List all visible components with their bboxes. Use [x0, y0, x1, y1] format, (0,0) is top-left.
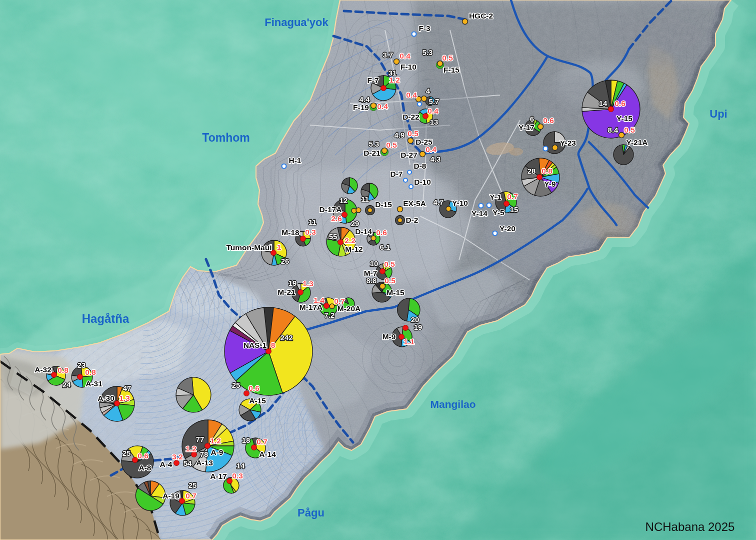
svg-text:0.4: 0.4: [377, 102, 388, 111]
svg-text:47: 47: [123, 384, 132, 392]
svg-text:A-15: A-15: [249, 396, 266, 405]
svg-text:M-18: M-18: [282, 228, 300, 237]
svg-text:D-14: D-14: [355, 227, 372, 236]
svg-text:1.3: 1.3: [302, 279, 314, 288]
svg-text:Tumon-Maui: Tumon-Maui: [226, 243, 272, 252]
svg-text:0.8: 0.8: [542, 167, 552, 175]
svg-text:18: 18: [242, 436, 250, 444]
svg-text:24: 24: [62, 380, 71, 389]
svg-text:F-10: F-10: [400, 63, 416, 71]
svg-text:D-17A: D-17A: [320, 205, 342, 214]
svg-text:Y-21A: Y-21A: [626, 138, 648, 147]
svg-text:77: 77: [196, 435, 204, 443]
svg-text:3.2: 3.2: [172, 452, 183, 461]
svg-text:Upi: Upi: [710, 108, 727, 120]
svg-text:Mangilao: Mangilao: [430, 398, 476, 410]
svg-text:F-15: F-15: [444, 66, 460, 74]
svg-text:0.6: 0.6: [376, 228, 387, 237]
svg-text:Hagåtña: Hagåtña: [82, 312, 130, 325]
svg-text:8: 8: [271, 341, 276, 349]
svg-text:HGC-2: HGC-2: [469, 12, 493, 20]
svg-text:13: 13: [430, 118, 438, 126]
svg-text:A-30: A-30: [98, 394, 114, 402]
svg-text:55: 55: [329, 232, 338, 241]
svg-text:0.6: 0.6: [543, 116, 554, 125]
svg-text:7.2: 7.2: [324, 311, 335, 319]
svg-text:0.7: 0.7: [256, 437, 268, 446]
svg-text:D-7: D-7: [390, 170, 403, 178]
svg-text:5.3: 5.3: [369, 140, 380, 148]
svg-text:0.3: 0.3: [232, 471, 243, 480]
svg-text:0.8: 0.8: [58, 366, 68, 374]
svg-text:2.6: 2.6: [331, 214, 342, 223]
svg-text:D-15: D-15: [375, 200, 392, 209]
svg-text:26: 26: [281, 257, 290, 265]
svg-text:11: 11: [308, 218, 316, 226]
svg-text:NAS-1: NAS-1: [244, 341, 267, 349]
svg-text:NCHabana 2025: NCHabana 2025: [646, 520, 735, 533]
svg-text:A-32: A-32: [34, 365, 52, 374]
svg-text:D-27: D-27: [400, 151, 418, 159]
svg-text:0.5: 0.5: [386, 141, 397, 149]
svg-text:5.7: 5.7: [429, 97, 440, 106]
svg-text:D-8: D-8: [414, 162, 426, 170]
svg-text:6.1: 6.1: [380, 243, 390, 251]
svg-text:15: 15: [510, 205, 518, 214]
svg-text:0.4: 0.4: [400, 52, 410, 60]
svg-text:0.5: 0.5: [442, 54, 453, 62]
svg-text:0.6: 0.6: [614, 99, 626, 108]
svg-text:1: 1: [277, 243, 282, 251]
svg-text:78: 78: [200, 450, 208, 458]
svg-text:M-15: M-15: [386, 288, 404, 297]
svg-text:14: 14: [599, 99, 608, 108]
svg-text:12: 12: [340, 196, 348, 205]
svg-text:Y-5: Y-5: [492, 208, 504, 217]
svg-text:23: 23: [78, 361, 86, 369]
svg-text:D-2: D-2: [406, 216, 418, 224]
svg-text:1.4: 1.4: [314, 296, 324, 304]
svg-text:H-1: H-1: [289, 156, 302, 165]
svg-text:0.3: 0.3: [305, 228, 316, 236]
svg-text:1.3: 1.3: [119, 394, 130, 402]
svg-text:8.8: 8.8: [366, 276, 377, 285]
svg-text:A-4: A-4: [160, 460, 172, 468]
svg-text:Pågu: Pågu: [298, 506, 324, 519]
svg-text:Y-14: Y-14: [472, 209, 488, 218]
svg-text:4.4: 4.4: [360, 95, 370, 104]
svg-text:242: 242: [280, 333, 292, 342]
svg-text:8.4: 8.4: [608, 126, 619, 134]
svg-text:Y-23: Y-23: [560, 139, 576, 147]
svg-text:0.5: 0.5: [384, 260, 395, 268]
svg-text:0.7: 0.7: [334, 297, 345, 305]
svg-text:0.6: 0.6: [248, 384, 260, 392]
svg-text:0.5: 0.5: [624, 126, 635, 134]
svg-text:0.4: 0.4: [406, 91, 417, 99]
svg-text:A-9: A-9: [211, 448, 224, 456]
svg-text:M-20A: M-20A: [338, 304, 361, 313]
svg-text:0.8: 0.8: [85, 368, 96, 376]
svg-text:A-17: A-17: [210, 472, 227, 480]
svg-text:0.4: 0.4: [426, 145, 436, 154]
svg-text:14: 14: [236, 461, 245, 470]
svg-text:19: 19: [288, 279, 297, 287]
svg-text:4.9: 4.9: [394, 131, 405, 139]
svg-text:4.7: 4.7: [434, 198, 444, 206]
svg-text:25: 25: [232, 381, 240, 389]
svg-text:F-19: F-19: [353, 103, 369, 112]
svg-text:4.3: 4.3: [430, 155, 441, 163]
svg-text:Y-17: Y-17: [518, 123, 534, 132]
svg-text:A-13: A-13: [196, 458, 213, 467]
svg-text:A-14: A-14: [259, 450, 276, 458]
svg-text:Y-15: Y-15: [616, 114, 632, 123]
svg-text:Y-10: Y-10: [452, 199, 468, 207]
svg-text:4: 4: [426, 87, 430, 95]
svg-text:F-3: F-3: [418, 24, 430, 33]
svg-text:0.5: 0.5: [384, 276, 396, 285]
svg-text:0.7: 0.7: [186, 491, 196, 500]
svg-text:2.2: 2.2: [344, 236, 356, 245]
svg-text:0.4: 0.4: [428, 107, 438, 115]
svg-text:0.5: 0.5: [408, 129, 418, 138]
svg-text:0.6: 0.6: [138, 451, 148, 460]
svg-text:19: 19: [414, 323, 422, 331]
svg-text:29: 29: [351, 219, 360, 228]
